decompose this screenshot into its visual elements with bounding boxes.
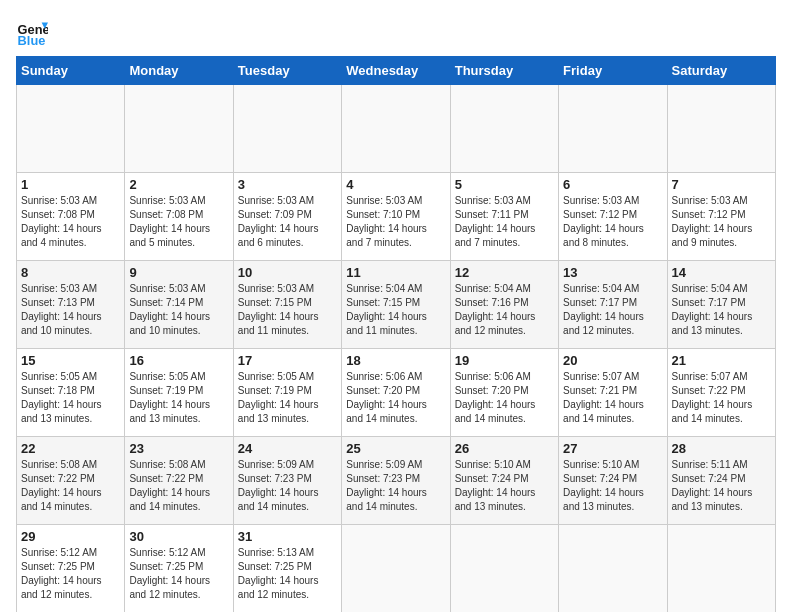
calendar-day-cell bbox=[233, 85, 341, 173]
day-number: 25 bbox=[346, 441, 445, 456]
day-info: Sunrise: 5:04 AMSunset: 7:17 PMDaylight:… bbox=[672, 282, 771, 338]
calendar-day-cell: 6Sunrise: 5:03 AMSunset: 7:12 PMDaylight… bbox=[559, 173, 667, 261]
calendar-day-cell: 14Sunrise: 5:04 AMSunset: 7:17 PMDayligh… bbox=[667, 261, 775, 349]
day-of-week-header: Tuesday bbox=[233, 57, 341, 85]
day-number: 13 bbox=[563, 265, 662, 280]
day-number: 24 bbox=[238, 441, 337, 456]
day-info: Sunrise: 5:04 AMSunset: 7:16 PMDaylight:… bbox=[455, 282, 554, 338]
day-info: Sunrise: 5:03 AMSunset: 7:08 PMDaylight:… bbox=[129, 194, 228, 250]
calendar-day-cell: 17Sunrise: 5:05 AMSunset: 7:19 PMDayligh… bbox=[233, 349, 341, 437]
day-number: 10 bbox=[238, 265, 337, 280]
calendar-day-cell: 7Sunrise: 5:03 AMSunset: 7:12 PMDaylight… bbox=[667, 173, 775, 261]
svg-text:Blue: Blue bbox=[18, 33, 46, 48]
day-number: 27 bbox=[563, 441, 662, 456]
day-number: 20 bbox=[563, 353, 662, 368]
day-of-week-header: Friday bbox=[559, 57, 667, 85]
calendar-day-cell: 25Sunrise: 5:09 AMSunset: 7:23 PMDayligh… bbox=[342, 437, 450, 525]
day-number: 5 bbox=[455, 177, 554, 192]
calendar-day-cell: 30Sunrise: 5:12 AMSunset: 7:25 PMDayligh… bbox=[125, 525, 233, 613]
calendar-day-cell: 21Sunrise: 5:07 AMSunset: 7:22 PMDayligh… bbox=[667, 349, 775, 437]
calendar-day-cell: 19Sunrise: 5:06 AMSunset: 7:20 PMDayligh… bbox=[450, 349, 558, 437]
day-info: Sunrise: 5:03 AMSunset: 7:11 PMDaylight:… bbox=[455, 194, 554, 250]
calendar-day-cell: 13Sunrise: 5:04 AMSunset: 7:17 PMDayligh… bbox=[559, 261, 667, 349]
day-of-week-header: Sunday bbox=[17, 57, 125, 85]
calendar-day-cell bbox=[17, 85, 125, 173]
day-number: 18 bbox=[346, 353, 445, 368]
day-info: Sunrise: 5:07 AMSunset: 7:22 PMDaylight:… bbox=[672, 370, 771, 426]
day-info: Sunrise: 5:03 AMSunset: 7:08 PMDaylight:… bbox=[21, 194, 120, 250]
day-number: 12 bbox=[455, 265, 554, 280]
calendar-week-row: 1Sunrise: 5:03 AMSunset: 7:08 PMDaylight… bbox=[17, 173, 776, 261]
day-info: Sunrise: 5:12 AMSunset: 7:25 PMDaylight:… bbox=[129, 546, 228, 602]
page-header: General Blue bbox=[16, 16, 776, 48]
day-number: 22 bbox=[21, 441, 120, 456]
day-info: Sunrise: 5:03 AMSunset: 7:14 PMDaylight:… bbox=[129, 282, 228, 338]
day-number: 16 bbox=[129, 353, 228, 368]
calendar-day-cell bbox=[125, 85, 233, 173]
day-info: Sunrise: 5:08 AMSunset: 7:22 PMDaylight:… bbox=[129, 458, 228, 514]
day-info: Sunrise: 5:10 AMSunset: 7:24 PMDaylight:… bbox=[563, 458, 662, 514]
day-number: 4 bbox=[346, 177, 445, 192]
day-info: Sunrise: 5:03 AMSunset: 7:09 PMDaylight:… bbox=[238, 194, 337, 250]
day-info: Sunrise: 5:05 AMSunset: 7:19 PMDaylight:… bbox=[129, 370, 228, 426]
day-info: Sunrise: 5:06 AMSunset: 7:20 PMDaylight:… bbox=[346, 370, 445, 426]
day-info: Sunrise: 5:03 AMSunset: 7:15 PMDaylight:… bbox=[238, 282, 337, 338]
calendar-day-cell bbox=[342, 525, 450, 613]
day-of-week-header: Monday bbox=[125, 57, 233, 85]
calendar-day-cell: 15Sunrise: 5:05 AMSunset: 7:18 PMDayligh… bbox=[17, 349, 125, 437]
day-number: 15 bbox=[21, 353, 120, 368]
calendar-day-cell bbox=[342, 85, 450, 173]
day-info: Sunrise: 5:04 AMSunset: 7:15 PMDaylight:… bbox=[346, 282, 445, 338]
day-number: 11 bbox=[346, 265, 445, 280]
day-number: 31 bbox=[238, 529, 337, 544]
calendar-day-cell: 16Sunrise: 5:05 AMSunset: 7:19 PMDayligh… bbox=[125, 349, 233, 437]
calendar-day-cell: 10Sunrise: 5:03 AMSunset: 7:15 PMDayligh… bbox=[233, 261, 341, 349]
day-number: 30 bbox=[129, 529, 228, 544]
day-number: 9 bbox=[129, 265, 228, 280]
day-number: 26 bbox=[455, 441, 554, 456]
calendar-day-cell bbox=[559, 85, 667, 173]
day-info: Sunrise: 5:03 AMSunset: 7:10 PMDaylight:… bbox=[346, 194, 445, 250]
calendar-day-cell: 28Sunrise: 5:11 AMSunset: 7:24 PMDayligh… bbox=[667, 437, 775, 525]
calendar-week-row: 29Sunrise: 5:12 AMSunset: 7:25 PMDayligh… bbox=[17, 525, 776, 613]
calendar-day-cell: 4Sunrise: 5:03 AMSunset: 7:10 PMDaylight… bbox=[342, 173, 450, 261]
calendar-week-row: 22Sunrise: 5:08 AMSunset: 7:22 PMDayligh… bbox=[17, 437, 776, 525]
day-info: Sunrise: 5:04 AMSunset: 7:17 PMDaylight:… bbox=[563, 282, 662, 338]
day-number: 1 bbox=[21, 177, 120, 192]
calendar-week-row: 15Sunrise: 5:05 AMSunset: 7:18 PMDayligh… bbox=[17, 349, 776, 437]
day-info: Sunrise: 5:03 AMSunset: 7:12 PMDaylight:… bbox=[563, 194, 662, 250]
day-info: Sunrise: 5:05 AMSunset: 7:18 PMDaylight:… bbox=[21, 370, 120, 426]
day-info: Sunrise: 5:03 AMSunset: 7:12 PMDaylight:… bbox=[672, 194, 771, 250]
day-number: 23 bbox=[129, 441, 228, 456]
day-info: Sunrise: 5:12 AMSunset: 7:25 PMDaylight:… bbox=[21, 546, 120, 602]
calendar-day-cell bbox=[450, 85, 558, 173]
day-info: Sunrise: 5:03 AMSunset: 7:13 PMDaylight:… bbox=[21, 282, 120, 338]
calendar-day-cell: 24Sunrise: 5:09 AMSunset: 7:23 PMDayligh… bbox=[233, 437, 341, 525]
calendar-day-cell: 5Sunrise: 5:03 AMSunset: 7:11 PMDaylight… bbox=[450, 173, 558, 261]
day-number: 14 bbox=[672, 265, 771, 280]
day-number: 3 bbox=[238, 177, 337, 192]
day-number: 19 bbox=[455, 353, 554, 368]
calendar-day-cell: 27Sunrise: 5:10 AMSunset: 7:24 PMDayligh… bbox=[559, 437, 667, 525]
day-number: 29 bbox=[21, 529, 120, 544]
calendar-week-row bbox=[17, 85, 776, 173]
calendar-day-cell: 3Sunrise: 5:03 AMSunset: 7:09 PMDaylight… bbox=[233, 173, 341, 261]
day-number: 8 bbox=[21, 265, 120, 280]
day-of-week-header: Wednesday bbox=[342, 57, 450, 85]
calendar-week-row: 8Sunrise: 5:03 AMSunset: 7:13 PMDaylight… bbox=[17, 261, 776, 349]
calendar-day-cell: 26Sunrise: 5:10 AMSunset: 7:24 PMDayligh… bbox=[450, 437, 558, 525]
calendar-day-cell bbox=[667, 525, 775, 613]
day-info: Sunrise: 5:09 AMSunset: 7:23 PMDaylight:… bbox=[346, 458, 445, 514]
logo-icon: General Blue bbox=[16, 16, 48, 48]
calendar-day-cell: 18Sunrise: 5:06 AMSunset: 7:20 PMDayligh… bbox=[342, 349, 450, 437]
calendar-day-cell: 1Sunrise: 5:03 AMSunset: 7:08 PMDaylight… bbox=[17, 173, 125, 261]
day-info: Sunrise: 5:10 AMSunset: 7:24 PMDaylight:… bbox=[455, 458, 554, 514]
calendar-day-cell: 22Sunrise: 5:08 AMSunset: 7:22 PMDayligh… bbox=[17, 437, 125, 525]
day-of-week-header: Saturday bbox=[667, 57, 775, 85]
day-number: 21 bbox=[672, 353, 771, 368]
calendar-header-row: SundayMondayTuesdayWednesdayThursdayFrid… bbox=[17, 57, 776, 85]
day-number: 7 bbox=[672, 177, 771, 192]
calendar-day-cell: 2Sunrise: 5:03 AMSunset: 7:08 PMDaylight… bbox=[125, 173, 233, 261]
day-info: Sunrise: 5:05 AMSunset: 7:19 PMDaylight:… bbox=[238, 370, 337, 426]
day-info: Sunrise: 5:06 AMSunset: 7:20 PMDaylight:… bbox=[455, 370, 554, 426]
